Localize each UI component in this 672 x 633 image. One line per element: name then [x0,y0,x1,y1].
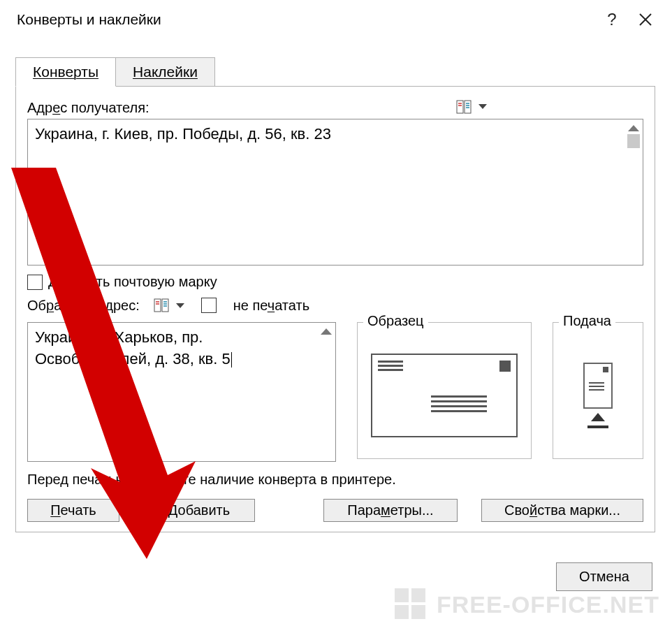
svg-rect-19 [395,605,409,619]
omit-label: не печатать [233,298,309,314]
printer-hint: Перед печатью проверьте наличие конверта… [27,472,643,488]
svg-rect-2 [457,101,463,113]
scrollbar[interactable] [626,121,641,148]
chevron-down-icon [176,303,184,308]
add-button[interactable]: Добавить [143,499,255,522]
arrow-up-icon [591,413,605,421]
dialog-title: Конверты и наклейки [17,11,595,28]
return-address-book-button[interactable] [151,297,187,314]
recipient-address-input[interactable]: Украина, г. Киев, пр. Победы, д. 56, кв.… [27,119,643,265]
stamp-properties-button[interactable]: Свойства марки... [481,499,643,522]
return-address-input[interactable]: Украина, г. Харьков, пр. Освободителей, … [27,322,336,462]
scroll-thumb [627,134,640,148]
tab-envelopes[interactable]: Конверты [15,57,116,87]
options-button[interactable]: Параметры... [323,499,458,522]
print-button[interactable]: Печать [27,499,119,522]
envelope-preview[interactable] [371,354,518,437]
add-stamp-label: Добавить почтовую марку [48,274,217,290]
feed-preview[interactable] [583,363,613,428]
scrollbar[interactable] [319,324,334,335]
svg-rect-9 [154,299,161,312]
cancel-button[interactable]: Отмена [556,562,652,591]
sample-group-title: Образец [363,313,428,329]
address-book-icon [456,100,472,114]
add-stamp-checkbox[interactable] [27,275,43,290]
help-button[interactable]: ? [595,6,629,34]
address-book-icon [154,298,169,312]
sample-preview-group: Образец [357,322,532,459]
tab-labels-label: Наклейки [133,64,198,80]
close-icon [638,13,652,27]
svg-rect-20 [411,605,425,619]
chevron-down-icon [479,104,487,109]
scroll-up-icon [628,125,639,131]
recipient-address-value: Украина, г. Киев, пр. Победы, д. 56, кв.… [28,119,643,150]
omit-checkbox[interactable] [201,298,217,313]
feed-preview-group: Подача [553,322,643,459]
tab-labels[interactable]: Наклейки [115,57,215,87]
scroll-up-icon [321,328,332,335]
svg-rect-3 [465,101,471,113]
recipient-label: Адрес получателя: [27,94,149,119]
return-address-value: Украина, г. Харьков, пр. Освободителей, … [28,323,335,374]
return-address-label: Обратный адрес: [27,298,140,314]
feed-group-title: Подача [559,313,615,329]
svg-rect-10 [162,299,168,312]
close-button[interactable] [629,6,662,34]
tab-envelopes-label: Конверты [33,64,98,80]
recipient-address-book-button[interactable] [453,99,490,115]
